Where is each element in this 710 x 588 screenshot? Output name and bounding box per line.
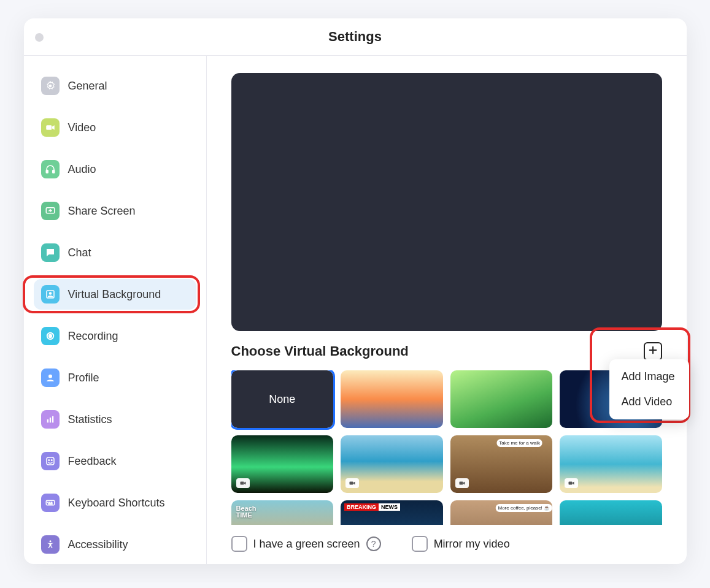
video-badge-icon: [565, 478, 578, 488]
svg-marker-26: [244, 481, 246, 484]
add-menu-item-add-image[interactable]: Add Image: [609, 364, 689, 389]
window-body: GeneralVideoAudioShare ScreenChatVirtual…: [24, 56, 687, 564]
sidebar-item-recording[interactable]: Recording: [34, 321, 196, 351]
record-icon: [41, 327, 60, 345]
settings-window: Settings GeneralVideoAudioShare ScreenCh…: [24, 18, 687, 564]
titlebar: Settings: [24, 18, 687, 56]
sidebar-item-label: Keyboard Shortcuts: [68, 497, 165, 510]
sidebar-item-general[interactable]: General: [34, 71, 196, 101]
svg-rect-13: [52, 416, 53, 423]
svg-rect-27: [350, 481, 353, 484]
window-close-dot[interactable]: [35, 33, 44, 42]
section-header-row: Choose Virtual Background Add ImageAdd V…: [231, 342, 662, 361]
background-thumbs-viewport: NoneTake me for a walkBeachTIMEBREAKINGN…: [231, 370, 662, 525]
bg-thumb-aurora[interactable]: [231, 435, 334, 493]
gear-icon: [41, 77, 60, 95]
help-icon[interactable]: ?: [366, 536, 381, 551]
chat-icon: [41, 243, 60, 262]
svg-rect-31: [569, 481, 573, 484]
svg-point-22: [49, 540, 51, 542]
beach-tag: BeachTIME: [236, 505, 257, 519]
sidebar-item-share[interactable]: Share Screen: [34, 196, 196, 226]
profile-icon: [41, 368, 60, 387]
settings-sidebar: GeneralVideoAudioShare ScreenChatVirtual…: [24, 56, 207, 564]
options-row: I have a green screen ? Mirror my video: [231, 536, 662, 552]
sidebar-item-audio[interactable]: Audio: [34, 154, 196, 185]
add-menu-item-add-video[interactable]: Add Video: [609, 389, 689, 414]
mirror-checkbox[interactable]: [412, 536, 428, 552]
svg-marker-32: [573, 481, 574, 484]
svg-point-7: [49, 292, 51, 294]
video-icon: [41, 118, 60, 137]
bg-thumb-none[interactable]: None: [231, 370, 334, 428]
svg-rect-3: [46, 170, 48, 174]
svg-marker-30: [463, 481, 465, 484]
svg-marker-28: [353, 481, 355, 484]
sidebar-item-vbg[interactable]: Virtual Background: [34, 279, 196, 310]
sidebar-item-label: Recording: [68, 330, 118, 343]
stats-icon: [41, 410, 60, 429]
video-badge-icon: [455, 478, 469, 488]
svg-point-19: [49, 502, 50, 503]
bg-thumb-tropical-beach[interactable]: [560, 435, 662, 493]
bg-thumb-beach-time[interactable]: BeachTIME: [231, 500, 334, 525]
sidebar-item-label: Feedback: [68, 455, 117, 468]
sidebar-item-a11y[interactable]: Accessibility: [34, 529, 196, 560]
share-screen-icon: [41, 202, 60, 220]
add-background-button[interactable]: [644, 342, 662, 361]
svg-point-0: [48, 85, 52, 88]
accessibility-icon: [41, 535, 60, 554]
bg-thumb-coffee-shop[interactable]: More coffee, please! ☕: [450, 500, 553, 525]
bg-thumb-cat-armchair[interactable]: [560, 500, 662, 525]
sidebar-item-label: Video: [68, 121, 96, 134]
bg-thumb-bridge-sunset[interactable]: [341, 370, 443, 428]
svg-point-10: [48, 375, 52, 378]
bg-thumb-palm-beach[interactable]: [341, 435, 443, 493]
bg-thumb-breaking-news[interactable]: BREAKINGNEWS: [341, 500, 443, 525]
svg-rect-29: [459, 481, 463, 484]
svg-rect-21: [48, 503, 52, 504]
news-tag: BREAKINGNEWS: [344, 504, 400, 510]
add-background-menu: Add ImageAdd Video: [609, 359, 689, 419]
sidebar-item-feedback[interactable]: Feedback: [34, 446, 196, 476]
sidebar-item-label: Audio: [68, 163, 96, 176]
sidebar-item-stats[interactable]: Statistics: [34, 404, 196, 435]
settings-content: Choose Virtual Background Add ImageAdd V…: [207, 56, 687, 564]
video-badge-icon: [236, 478, 250, 488]
thumb-none-label: None: [269, 393, 295, 406]
svg-point-9: [48, 335, 52, 338]
feedback-icon: [41, 452, 60, 470]
add-background-wrapper: Add ImageAdd Video: [644, 342, 662, 361]
svg-rect-12: [49, 418, 50, 422]
svg-rect-11: [47, 419, 48, 422]
video-preview: [231, 73, 662, 331]
sidebar-item-label: General: [68, 80, 107, 93]
sidebar-item-label: Share Screen: [68, 205, 136, 218]
green-screen-label: I have a green screen: [253, 538, 360, 551]
window-title: Settings: [24, 29, 687, 45]
bg-thumb-dog-couch[interactable]: Take me for a walk: [450, 435, 553, 493]
sidebar-item-label: Profile: [68, 372, 99, 384]
svg-rect-14: [47, 457, 54, 465]
mirror-label: Mirror my video: [434, 538, 510, 551]
green-screen-checkbox[interactable]: [231, 536, 247, 552]
keyboard-icon: [41, 494, 60, 512]
svg-rect-4: [52, 170, 54, 174]
sidebar-item-chat[interactable]: Chat: [34, 237, 196, 268]
plus-icon: [648, 345, 658, 357]
svg-point-20: [51, 502, 52, 503]
green-screen-option: I have a green screen ?: [231, 536, 381, 552]
bg-thumb-grass[interactable]: [450, 370, 553, 428]
sidebar-item-video[interactable]: Video: [34, 112, 196, 143]
sidebar-item-profile[interactable]: Profile: [34, 362, 196, 393]
svg-point-16: [51, 460, 52, 461]
svg-point-18: [47, 502, 48, 503]
virtual-bg-icon: [41, 285, 60, 304]
sidebar-item-shortcuts[interactable]: Keyboard Shortcuts: [34, 487, 196, 518]
speech-bubble: More coffee, please! ☕: [495, 504, 552, 512]
speech-bubble: Take me for a walk: [496, 439, 542, 447]
sidebar-item-label: Accessibility: [68, 538, 128, 551]
svg-rect-1: [46, 125, 52, 130]
mirror-option: Mirror my video: [412, 536, 510, 552]
sidebar-item-label: Chat: [68, 246, 91, 259]
